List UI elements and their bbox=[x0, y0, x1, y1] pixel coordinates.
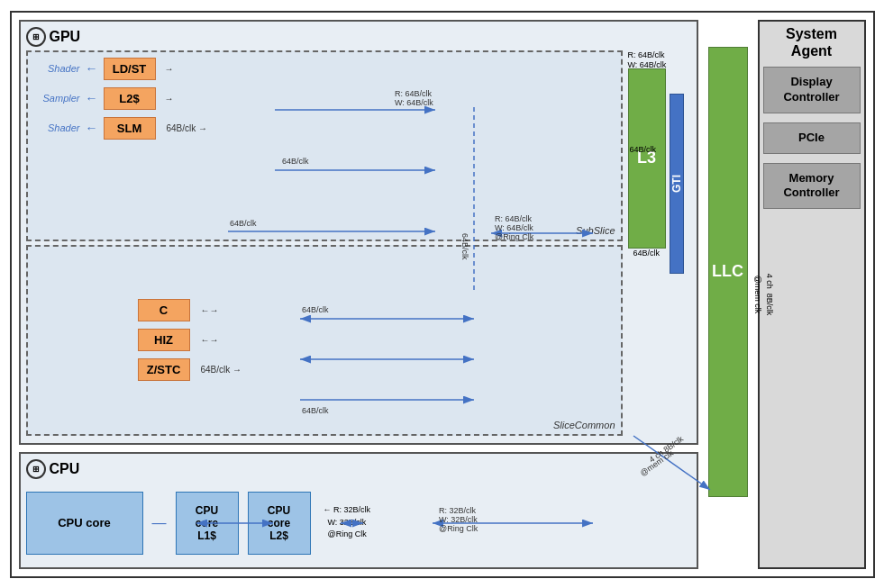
cpu-l1-label: CPUcoreL1$ bbox=[196, 504, 218, 542]
cpu-title: ⊞ CPU bbox=[26, 459, 691, 479]
hiz-row: HIZ ←→ bbox=[33, 329, 615, 351]
display-controller-label: Display Controller bbox=[783, 75, 839, 104]
pcie-label: PCIe bbox=[798, 131, 825, 144]
llc-box: LLC bbox=[708, 47, 748, 497]
dashed-64-label: 64B/clk bbox=[633, 249, 661, 258]
cpu-inner: CPU core — CPUcoreL1$ CPUcoreL2$ ← R: 32… bbox=[26, 483, 691, 564]
sa-components: Display Controller PCIe Memory Controlle… bbox=[763, 67, 861, 209]
cpu-core-box: CPU core bbox=[26, 492, 143, 555]
l2-row: Sampler ← L2$ → bbox=[33, 87, 615, 110]
slm-box: SLM bbox=[104, 117, 156, 140]
arrow-left-1: ← bbox=[86, 61, 98, 76]
l3-64-label: 64B/clk bbox=[630, 145, 657, 154]
pcie-box: PCIe bbox=[763, 122, 861, 154]
main-diagram: ⊞ GPU Shader ← LD/ST → bbox=[10, 11, 875, 578]
shader-label-2: Shader bbox=[33, 122, 80, 133]
llc-area: LLC 4 ch 8B/clk@mem clk bbox=[706, 20, 751, 569]
hiz-arrow: ←→ bbox=[201, 335, 219, 345]
arrow-left-2: ← bbox=[86, 91, 98, 105]
l2-box: L2$ bbox=[104, 87, 156, 110]
sampler-label: Sampler bbox=[33, 93, 80, 104]
memory-controller-label: Memory Controller bbox=[783, 171, 839, 200]
gpu-inner: Shader ← LD/ST → Sampler ← L2$ → bbox=[26, 50, 691, 436]
l3-gti-area: R: 64B/clkW: 64B/clk L3 GTI 64B/clk 64B/… bbox=[628, 50, 691, 436]
l3-gti-blocks: L3 GTI bbox=[628, 68, 684, 240]
hiz-box: HIZ bbox=[138, 329, 190, 351]
zsct-row: Z/STC 64B/clk → bbox=[33, 358, 615, 381]
slm-bw-label: 64B/clk → bbox=[167, 123, 208, 133]
shader-label-1: Shader bbox=[33, 63, 80, 74]
ldst-box: LD/ST bbox=[104, 58, 156, 80]
display-controller-box: Display Controller bbox=[763, 67, 861, 113]
cpu-l2-box: CPUcoreL2$ bbox=[248, 492, 311, 555]
slm-row: Shader ← SLM 64B/clk → bbox=[33, 117, 615, 140]
gpu-section: ⊞ GPU Shader ← LD/ST → bbox=[19, 20, 698, 445]
subslice-inner: Shader ← LD/ST → Sampler ← L2$ → bbox=[33, 58, 615, 234]
gpu-icon: ⊞ bbox=[26, 27, 46, 47]
cpu-icon: ⊞ bbox=[26, 459, 46, 479]
zsct-box: Z/STC bbox=[138, 358, 190, 381]
slicecommon-box: C ←→ HIZ ←→ bbox=[26, 245, 623, 436]
gpu-title: ⊞ GPU bbox=[26, 27, 691, 47]
cpu-label: CPU bbox=[50, 461, 80, 477]
rw-top-label: R: 64B/clkW: 64B/clk bbox=[628, 50, 667, 71]
ldst-row: Shader ← LD/ST → bbox=[33, 58, 615, 80]
c-box: C bbox=[138, 299, 190, 321]
cpu-bw-labels: ← R: 32B/clk W: 32B/clk @Ring Clk bbox=[324, 504, 371, 541]
cpu-l2-label: CPUcoreL2$ bbox=[268, 504, 290, 542]
c-arrow: ←→ bbox=[201, 305, 219, 315]
arrow-left-3: ← bbox=[86, 121, 98, 135]
gpu-left-column: Shader ← LD/ST → Sampler ← L2$ → bbox=[26, 50, 623, 436]
ldst-arrow-right: → bbox=[165, 64, 174, 74]
gti-label: GTI bbox=[670, 175, 683, 193]
cpu-section: ⊞ CPU CPU core — CPUcoreL1$ CPUcoreL2$ ←… bbox=[19, 452, 698, 569]
left-side: ⊞ GPU Shader ← LD/ST → bbox=[19, 20, 698, 569]
gpu-label: GPU bbox=[50, 29, 81, 45]
mem-bw-label: 4 ch 8B/clk@mem clk bbox=[752, 273, 775, 315]
cpu-l1-box: CPUcoreL1$ bbox=[176, 492, 239, 555]
system-agent-title: SystemAgent bbox=[763, 25, 861, 59]
system-agent-label: SystemAgent bbox=[786, 26, 837, 59]
slicecommon-inner: C ←→ HIZ ←→ bbox=[33, 252, 615, 429]
zsct-bw: 64B/clk → bbox=[201, 365, 242, 375]
subslice-label: SubSlice bbox=[576, 225, 615, 236]
gti-bar: GTI bbox=[670, 94, 684, 274]
l3-box: L3 bbox=[628, 68, 666, 249]
subslice-box: Shader ← LD/ST → Sampler ← L2$ → bbox=[26, 50, 623, 241]
cpu-arrow-1: — bbox=[152, 515, 167, 531]
l2-arrow-right: → bbox=[165, 94, 174, 104]
slicecommon-label: SliceCommon bbox=[553, 420, 615, 430]
c-row: C ←→ bbox=[33, 299, 615, 321]
memory-controller-box: Memory Controller bbox=[763, 163, 861, 210]
